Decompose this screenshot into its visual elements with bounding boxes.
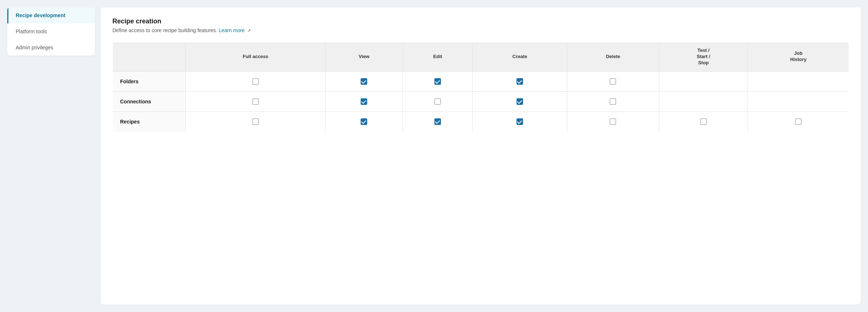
- checkbox-recipes-full-access[interactable]: [252, 118, 259, 125]
- cell-recipes-full-access: [186, 111, 326, 132]
- checkbox-connections-delete[interactable]: [610, 98, 616, 105]
- checkbox-recipes-job-history[interactable]: [795, 118, 802, 125]
- table-row: Recipes: [113, 111, 849, 132]
- cell-folders-create: [473, 71, 567, 91]
- sidebar-item-recipe-development[interactable]: Recipe development: [7, 7, 95, 23]
- checkbox-connections-view[interactable]: [361, 98, 367, 105]
- cell-empty: [748, 71, 849, 91]
- cell-folders-full-access: [186, 71, 326, 91]
- cell-folders-edit: [403, 71, 473, 91]
- table-body: FoldersConnectionsRecipes: [113, 71, 849, 132]
- learn-more-link[interactable]: Learn more: [219, 27, 245, 33]
- cell-recipes-view: [326, 111, 403, 132]
- main-content: Recipe creation Define access to core re…: [101, 7, 861, 305]
- col-header-edit: Edit: [403, 42, 473, 72]
- checkbox-folders-create[interactable]: [516, 78, 523, 85]
- checkbox-folders-delete[interactable]: [610, 78, 616, 85]
- checkbox-recipes-edit[interactable]: [434, 118, 441, 125]
- section-desc: Define access to core recipe building fe…: [112, 27, 849, 33]
- checkbox-connections-create[interactable]: [516, 98, 523, 105]
- checkbox-folders-edit[interactable]: [434, 78, 441, 85]
- col-header-delete: Delete: [567, 42, 659, 72]
- col-header-create: Create: [473, 42, 567, 72]
- cell-connections-delete: [567, 91, 659, 111]
- col-header-name: [113, 42, 186, 72]
- section-title: Recipe creation: [112, 18, 849, 25]
- row-name-recipes: Recipes: [113, 111, 186, 132]
- cell-folders-view: [326, 71, 403, 91]
- table-header-row: Full accessViewEditCreateDeleteTest / St…: [113, 42, 849, 72]
- checkbox-recipes-view[interactable]: [361, 118, 367, 125]
- section-desc-text: Define access to core recipe building fe…: [112, 27, 217, 33]
- table-row: Folders: [113, 71, 849, 91]
- sidebar-item-admin-privileges[interactable]: Admin privileges: [7, 39, 95, 56]
- cell-recipes-test-start-stop: [659, 111, 748, 132]
- row-name-folders: Folders: [113, 71, 186, 91]
- checkbox-recipes-delete[interactable]: [610, 118, 616, 125]
- cell-connections-full-access: [186, 91, 326, 111]
- cell-recipes-create: [473, 111, 567, 132]
- col-header-full-access: Full access: [186, 42, 326, 72]
- cell-connections-edit: [403, 91, 473, 111]
- col-header-view: View: [326, 42, 403, 72]
- checkbox-folders-view[interactable]: [361, 78, 367, 85]
- checkbox-connections-full-access[interactable]: [252, 98, 259, 105]
- cell-recipes-edit: [403, 111, 473, 132]
- cell-connections-view: [326, 91, 403, 111]
- cell-recipes-job-history: [748, 111, 849, 132]
- external-link-icon: ↗: [247, 28, 251, 33]
- sidebar: Recipe developmentPlatform toolsAdmin pr…: [7, 7, 95, 56]
- table-row: Connections: [113, 91, 849, 111]
- permissions-table: Full accessViewEditCreateDeleteTest / St…: [112, 42, 849, 132]
- col-header-test-start-stop: Test / Start / Stop: [659, 42, 748, 72]
- cell-recipes-delete: [567, 111, 659, 132]
- col-header-job-history: Job History: [748, 42, 849, 72]
- checkbox-folders-full-access[interactable]: [252, 78, 259, 85]
- cell-empty: [659, 91, 748, 111]
- checkbox-recipes-test-start-stop[interactable]: [700, 118, 707, 125]
- checkbox-connections-edit[interactable]: [434, 98, 441, 105]
- cell-empty: [748, 91, 849, 111]
- row-name-connections: Connections: [113, 91, 186, 111]
- cell-connections-create: [473, 91, 567, 111]
- cell-folders-delete: [567, 71, 659, 91]
- cell-empty: [659, 71, 748, 91]
- checkbox-recipes-create[interactable]: [516, 118, 523, 125]
- sidebar-item-platform-tools[interactable]: Platform tools: [7, 23, 95, 39]
